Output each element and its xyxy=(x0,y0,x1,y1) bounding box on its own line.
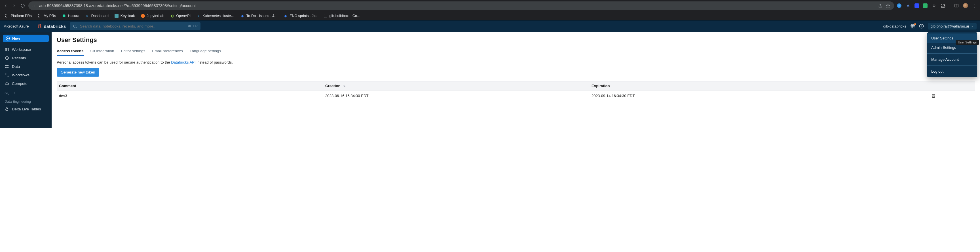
workspace-name[interactable]: gib-databricks xyxy=(883,24,906,29)
tokens-table: Comment Creation Expiration dev3 2023-0 xyxy=(57,81,975,101)
bookmark-item[interactable]: ⎈Kubernetes cluste… xyxy=(194,13,237,19)
bookmark-label: Dashboard xyxy=(91,14,108,18)
back-button[interactable] xyxy=(3,3,8,8)
ext-icon-5[interactable]: ⚙︎ xyxy=(932,3,937,8)
token-row: dev3 2023-06-16 16:34:30 EDT 2023-09-14 … xyxy=(57,91,975,101)
lock-icon xyxy=(5,107,9,111)
bookmark-item[interactable]: My PRs xyxy=(35,13,59,19)
folder-icon xyxy=(5,47,9,52)
menu-separator xyxy=(927,53,977,54)
new-button-label: New xyxy=(12,36,20,41)
sidebar: New WorkspaceRecentsDataWorkflowsCompute… xyxy=(0,32,52,128)
svg-point-31 xyxy=(8,76,8,77)
bookmark-star-icon[interactable] xyxy=(886,4,890,8)
user-menu-admin-settings[interactable]: Admin Settings xyxy=(927,43,977,52)
col-expiration[interactable]: Expiration xyxy=(589,81,929,91)
tab-editor-settings[interactable]: Editor settings xyxy=(121,48,145,56)
extensions-button[interactable] xyxy=(940,3,946,8)
address-bar[interactable]: adb-5939996465837398.18.azuredatabricks.… xyxy=(29,2,894,10)
intro-text: Personal access tokens can be used for s… xyxy=(57,60,975,64)
sidebar-item-workspace[interactable]: Workspace xyxy=(0,45,52,54)
svg-point-25 xyxy=(8,67,8,68)
bookmark-item[interactable]: ◆To-Do - Issues - J… xyxy=(238,13,280,19)
bookmark-label: My PRs xyxy=(44,14,56,18)
tab-git-integration[interactable]: Git integration xyxy=(91,48,114,56)
keycloak-icon xyxy=(114,14,119,18)
browser-toolbar: adb-5939996465837398.18.azuredatabricks.… xyxy=(0,0,980,11)
svg-rect-18 xyxy=(5,48,8,51)
help-button[interactable] xyxy=(919,24,924,29)
bookmark-item[interactable]: ⎈Dashboard xyxy=(83,13,111,19)
sidebar-item-data[interactable]: Data xyxy=(0,62,52,71)
tab-access-tokens[interactable]: Access tokens xyxy=(57,48,84,56)
global-search[interactable]: ⌘ + P xyxy=(70,22,200,30)
profile-avatar[interactable] xyxy=(963,3,968,8)
brand[interactable]: databricks xyxy=(37,24,66,29)
user-menu-button[interactable]: gib.bhojraj@wallaroo.ai xyxy=(928,23,977,30)
tab-email-preferences[interactable]: Email preferences xyxy=(152,48,183,56)
cloud-icon xyxy=(5,81,9,86)
user-menu-manage-account[interactable]: Manage Account xyxy=(927,55,977,64)
tab-language-settings[interactable]: Language settings xyxy=(190,48,221,56)
user-email: gib.bhojraj@wallaroo.ai xyxy=(931,24,969,29)
new-button[interactable]: New xyxy=(3,35,49,42)
whats-new-button[interactable] xyxy=(910,24,915,29)
delete-token-button[interactable] xyxy=(931,93,973,98)
sidebar-item-compute[interactable]: Compute xyxy=(0,79,52,88)
sidebar-item-label: Data xyxy=(12,64,20,69)
ext-icon-4[interactable] xyxy=(923,3,928,8)
sort-desc-icon[interactable] xyxy=(342,84,346,88)
k8s-icon: ⎈ xyxy=(85,14,90,18)
user-menu-user-settings[interactable]: User SettingsUser Settings xyxy=(927,33,977,43)
forward-button[interactable] xyxy=(11,3,17,8)
reload-button[interactable] xyxy=(20,3,25,8)
col-creation[interactable]: Creation xyxy=(323,81,589,91)
share-icon[interactable] xyxy=(878,4,883,8)
bookmark-label: ENG sprints - Jira xyxy=(290,14,318,18)
databricks-api-link[interactable]: Databricks API xyxy=(171,60,196,64)
bookmark-label: JupyterLab xyxy=(147,14,164,18)
sidebar-section-sql[interactable]: SQL› xyxy=(0,88,52,96)
sidebar-item-label: Recents xyxy=(12,56,26,60)
chrome-menu-button[interactable]: ⋮ xyxy=(972,3,977,8)
ext-icon-2[interactable]: ❄︎ xyxy=(905,3,910,8)
bookmark-item[interactable]: gib-buildbox – Co… xyxy=(321,13,363,19)
ext-icon-3[interactable] xyxy=(915,3,919,8)
divider xyxy=(950,3,950,8)
svg-rect-32 xyxy=(6,109,8,110)
plus-icon xyxy=(6,36,10,41)
sidebar-section-data-engineering[interactable]: Data Engineering xyxy=(0,96,52,105)
settings-tabs: Access tokensGit integrationEditor setti… xyxy=(57,48,975,56)
svg-rect-6 xyxy=(955,4,958,7)
bookmark-item[interactable]: JupyterLab xyxy=(138,13,167,19)
sidebar-item-label: Compute xyxy=(12,81,27,86)
chevron-right-icon: › xyxy=(14,91,15,95)
notification-dot-icon xyxy=(914,23,916,25)
user-menu-log-out[interactable]: Log out xyxy=(927,67,977,76)
svg-point-24 xyxy=(5,67,6,68)
section-label: SQL xyxy=(5,91,11,95)
site-info-icon[interactable] xyxy=(32,4,36,8)
token-comment: dev3 xyxy=(57,91,323,101)
col-comment-label: Comment xyxy=(59,84,76,88)
clock-icon xyxy=(5,56,9,60)
sidebar-item-label: Delta Live Tables xyxy=(12,107,41,111)
section-label: Data Engineering xyxy=(5,100,31,104)
bookmark-item[interactable]: Keycloak xyxy=(112,13,137,19)
bookmark-item[interactable]: Platform PRs xyxy=(2,13,34,19)
side-panel-button[interactable] xyxy=(954,3,959,8)
sidebar-item-recents[interactable]: Recents xyxy=(0,54,52,62)
sidebar-item-workflows[interactable]: Workflows xyxy=(0,71,52,79)
svg-marker-5 xyxy=(886,4,890,8)
sidebar-item-label: Workflows xyxy=(12,73,30,77)
bookmark-item[interactable]: ⬢Hasura xyxy=(59,13,81,19)
ext-icon-1[interactable] xyxy=(897,3,902,8)
bookmark-item[interactable]: ◐OpenAPI xyxy=(168,13,193,19)
token-expiration: 2023-09-14 16:34:30 EDT xyxy=(589,91,929,101)
bookmark-item[interactable]: ◆ENG sprints - Jira xyxy=(281,13,320,19)
generate-token-button[interactable]: Generate new token xyxy=(57,68,99,77)
sidebar-item-delta-live-tables[interactable]: Delta Live Tables xyxy=(0,105,52,113)
col-comment[interactable]: Comment xyxy=(57,81,323,91)
global-search-input[interactable] xyxy=(80,24,186,29)
jira-icon: ◆ xyxy=(240,14,245,18)
